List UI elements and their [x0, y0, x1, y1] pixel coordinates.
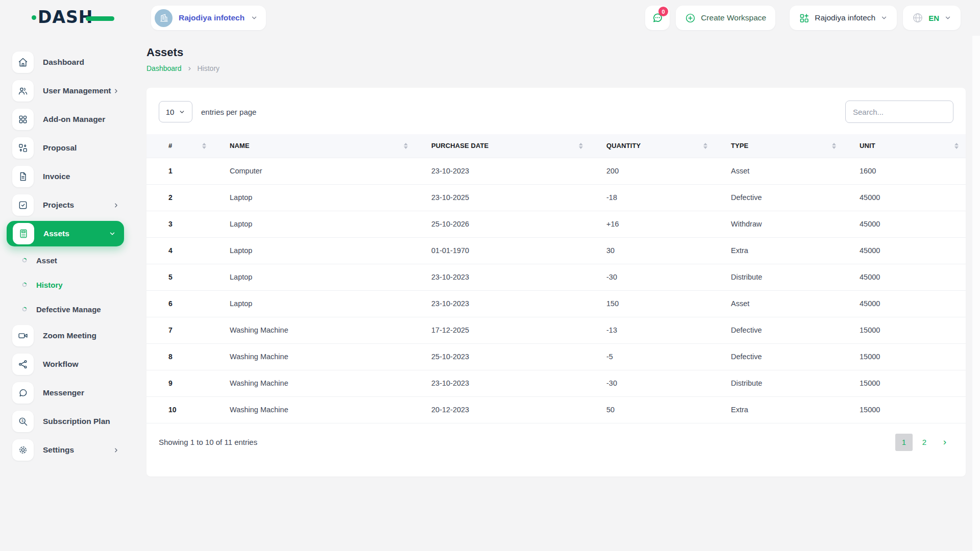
- sidebar-item-zoom-meeting[interactable]: Zoom Meeting: [0, 321, 131, 350]
- messages-button[interactable]: 0: [645, 6, 670, 30]
- sidebar-item-messenger[interactable]: Messenger: [0, 379, 131, 407]
- table-footer: Showing 1 to 10 of 11 entries 1 2 ›: [146, 423, 966, 451]
- document-icon: [12, 166, 34, 187]
- table-row[interactable]: 4 Laptop 01-01-1970 30 Extra 45000: [146, 237, 966, 264]
- sidebar-item-dashboard[interactable]: Dashboard: [0, 48, 131, 77]
- assets-submenu: Asset History Defective Manage: [0, 248, 131, 321]
- language-code: EN: [928, 14, 939, 22]
- cell-unit: 45000: [849, 211, 966, 237]
- cell-name: Computer: [219, 158, 421, 184]
- page-title: Assets: [146, 46, 966, 59]
- submenu-item-defective-manage[interactable]: Defective Manage: [0, 297, 131, 321]
- cell-index: 7: [146, 317, 219, 343]
- cell-name: Washing Machine: [219, 343, 421, 370]
- table-controls: 10 entries per page: [146, 88, 966, 123]
- share-nodes-icon: [12, 354, 34, 375]
- sidebar-item-user-management[interactable]: User Management: [0, 77, 131, 105]
- pagination-page-1[interactable]: 1: [895, 434, 913, 451]
- cell-type: Extra: [721, 396, 849, 423]
- brand-logo[interactable]: DASH: [32, 8, 114, 27]
- breadcrumb-dashboard-link[interactable]: Dashboard: [146, 64, 182, 72]
- entries-per-page-select[interactable]: 10: [159, 101, 192, 122]
- video-camera-icon: [12, 325, 34, 346]
- cell-purchase-date: 23-10-2023: [421, 290, 596, 317]
- table-row[interactable]: 5 Laptop 23-10-2023 -30 Distribute 45000: [146, 264, 966, 290]
- column-header-unit[interactable]: UNIT: [849, 134, 966, 158]
- chevron-right-icon: [113, 202, 119, 209]
- cell-index: 9: [146, 370, 219, 396]
- cell-quantity: 30: [596, 237, 721, 264]
- messages-badge: 0: [658, 7, 668, 16]
- chevron-down-icon: [109, 230, 116, 237]
- workspace-switcher[interactable]: Rajodiya infotech: [151, 6, 266, 30]
- cell-type: Defective: [721, 317, 849, 343]
- grid-plus-icon: [799, 13, 810, 23]
- search-input[interactable]: [845, 101, 953, 123]
- cell-purchase-date: 25-10-2026: [421, 211, 596, 237]
- sort-icon: [202, 143, 206, 149]
- table-header-row: # NAME PURCHASE DATE QUANTITY TYPE UNIT: [146, 134, 966, 158]
- sort-icon: [703, 143, 707, 149]
- cell-quantity: 150: [596, 290, 721, 317]
- cell-unit: 15000: [849, 396, 966, 423]
- table-row[interactable]: 6 Laptop 23-10-2023 150 Asset 45000: [146, 290, 966, 317]
- table-row[interactable]: 7 Washing Machine 17-12-2025 -13 Defecti…: [146, 317, 966, 343]
- message-bubble-icon: [12, 382, 34, 404]
- cell-type: Asset: [721, 158, 849, 184]
- pagination-page-2[interactable]: 2: [916, 434, 933, 451]
- cell-index: 3: [146, 211, 219, 237]
- table-row[interactable]: 2 Laptop 23-10-2025 -18 Defective 45000: [146, 184, 966, 211]
- table-row[interactable]: 9 Washing Machine 23-10-2023 -30 Distrib…: [146, 370, 966, 396]
- cell-purchase-date: 23-10-2025: [421, 184, 596, 211]
- home-icon: [12, 52, 34, 73]
- company-name: Rajodiya infotech: [815, 13, 875, 22]
- sort-icon: [954, 143, 959, 149]
- table-row[interactable]: 10 Washing Machine 20-12-2023 50 Extra 1…: [146, 396, 966, 423]
- sidebar-item-settings[interactable]: Settings: [0, 436, 131, 464]
- sidebar-item-projects[interactable]: Projects: [0, 191, 131, 219]
- search-dollar-icon: $: [12, 411, 34, 432]
- column-header-type[interactable]: TYPE: [721, 134, 849, 158]
- cell-quantity: -13: [596, 317, 721, 343]
- sidebar-item-proposal[interactable]: Proposal: [0, 134, 131, 162]
- sidebar-item-workflow[interactable]: Workflow: [0, 350, 131, 379]
- cell-unit: 1600: [849, 158, 966, 184]
- cell-type: Distribute: [721, 370, 849, 396]
- cell-purchase-date: 23-10-2023: [421, 158, 596, 184]
- submenu-item-asset[interactable]: Asset: [0, 248, 131, 272]
- cell-type: Asset: [721, 290, 849, 317]
- table-body: 1 Computer 23-10-2023 200 Asset 1600 2 L…: [146, 158, 966, 423]
- table-row[interactable]: 8 Washing Machine 25-10-2023 -5 Defectiv…: [146, 343, 966, 370]
- column-header-purchase-date[interactable]: PURCHASE DATE: [421, 134, 596, 158]
- bullet-icon: [21, 306, 28, 313]
- cell-type: Extra: [721, 237, 849, 264]
- chevron-right-icon: [113, 88, 119, 94]
- language-selector[interactable]: EN: [903, 6, 961, 30]
- sidebar-item-addon-manager[interactable]: Add-on Manager: [0, 105, 131, 134]
- column-header-quantity[interactable]: QUANTITY: [596, 134, 721, 158]
- company-dropdown[interactable]: Rajodiya infotech: [790, 6, 897, 30]
- sidebar-item-invoice[interactable]: Invoice: [0, 162, 131, 191]
- main-content: Assets Dashboard History 10 entries per …: [146, 36, 966, 477]
- cell-index: 10: [146, 396, 219, 423]
- gear-icon: [12, 439, 34, 461]
- history-table: # NAME PURCHASE DATE QUANTITY TYPE UNIT …: [146, 134, 966, 423]
- column-header-name[interactable]: NAME: [219, 134, 421, 158]
- create-workspace-button[interactable]: Create Workspace: [676, 6, 775, 30]
- cell-index: 5: [146, 264, 219, 290]
- submenu-item-history[interactable]: History: [0, 272, 131, 297]
- cell-index: 4: [146, 237, 219, 264]
- users-icon: [12, 80, 34, 102]
- table-row[interactable]: 1 Computer 23-10-2023 200 Asset 1600: [146, 158, 966, 184]
- scrollbar[interactable]: [972, 36, 980, 551]
- sidebar-item-assets[interactable]: Assets: [7, 221, 124, 246]
- cell-purchase-date: 25-10-2023: [421, 343, 596, 370]
- column-header-index[interactable]: #: [146, 134, 219, 158]
- bullet-icon: [21, 281, 28, 288]
- table-row[interactable]: 3 Laptop 25-10-2026 +16 Withdraw 45000: [146, 211, 966, 237]
- pagination-next-button[interactable]: ›: [936, 434, 953, 451]
- cell-name: Washing Machine: [219, 370, 421, 396]
- sidebar-item-subscription-plan[interactable]: $ Subscription Plan: [0, 407, 131, 436]
- cell-index: 2: [146, 184, 219, 211]
- chevron-right-icon: [187, 66, 192, 71]
